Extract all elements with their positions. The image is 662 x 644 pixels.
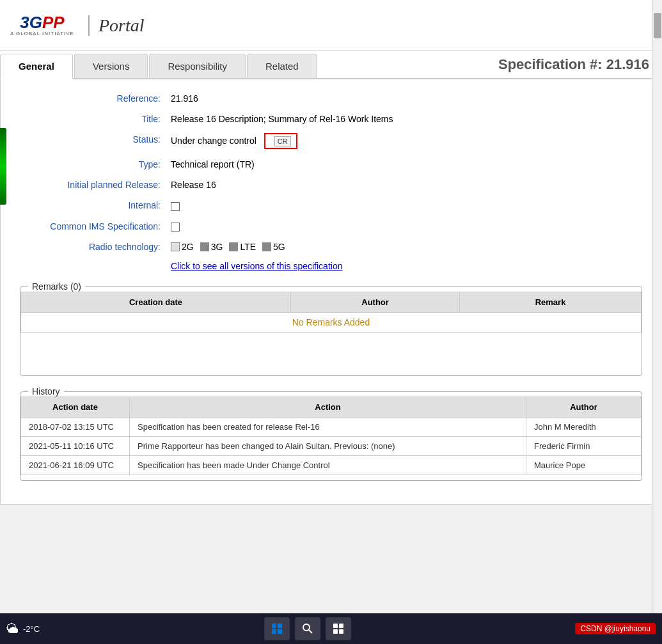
title-label: Title: (20, 113, 161, 124)
taskbar-start[interactable] (264, 617, 290, 640)
taskbar-taskview[interactable] (326, 617, 351, 640)
radio-2g[interactable]: 2G (171, 242, 194, 252)
common-ims-label: Common IMS Specification: (20, 220, 161, 232)
initial-release-value: Release 16 (171, 178, 216, 190)
remarks-empty: No Remarks Added (21, 312, 642, 332)
logo-tagline: A GLOBAL INITIATIVE (10, 31, 74, 36)
spec-number: Specification #: 21.916 (485, 51, 662, 78)
radio-options: 2G 3G LTE 5G (171, 240, 285, 252)
radio-5g[interactable]: 5G (262, 242, 285, 252)
history-cell-date: 2021-06-21 16:09 UTC (21, 456, 130, 475)
versions-link[interactable]: Click to see all versions of this specif… (171, 261, 342, 271)
taskbar-right: CSDN @jiuyishaonu (575, 623, 656, 634)
cr-badge: CR (274, 136, 291, 146)
scrollbar[interactable] (652, 0, 662, 614)
tab-related[interactable]: Related (247, 54, 317, 78)
type-row: Type: Technical report (TR) (20, 158, 642, 169)
logo-3gpp: 3GPP A GLOBAL INITIATIVE (10, 14, 74, 36)
radio-2g-check[interactable] (171, 242, 180, 251)
internal-checkbox[interactable] (171, 199, 180, 210)
status-value: Under change control CR (171, 133, 297, 149)
svg-rect-9 (339, 629, 343, 634)
initial-release-label: Initial planned Release: (20, 178, 161, 190)
tabs-row: General Versions Responsibility Related … (0, 51, 662, 79)
taskbar-search[interactable] (295, 617, 320, 640)
history-row: 2021-05-11 10:16 UTCPrime Rapporteur has… (21, 437, 642, 456)
remarks-col-author: Author (291, 292, 460, 312)
taskbar-center (46, 617, 569, 640)
history-scroll[interactable]: Action date Action Author 2018-07-02 13:… (20, 397, 642, 475)
type-label: Type: (20, 158, 161, 169)
history-col-date: Action date (21, 397, 130, 418)
radio-3g[interactable]: 3G (200, 242, 223, 252)
title-value: Release 16 Description; Summary of Rel-1… (171, 113, 393, 124)
svg-rect-0 (272, 624, 276, 628)
common-ims-row: Common IMS Specification: (20, 220, 642, 232)
common-ims-checkbox-box[interactable] (171, 223, 180, 232)
scroll-thumb[interactable] (654, 13, 661, 38)
internal-row: Internal: (20, 199, 642, 210)
history-cell-author: Maurice Pope (526, 456, 642, 475)
history-col-author: Author (526, 397, 642, 418)
remarks-table: Creation date Author Remark No Remarks A… (20, 292, 642, 371)
tab-responsibility[interactable]: Responsibility (149, 54, 246, 78)
history-row: 2018-07-02 13:15 UTCSpecification has be… (21, 418, 642, 437)
tab-general[interactable]: General (0, 54, 73, 79)
history-cell-author: Frederic Firmin (526, 437, 642, 456)
remarks-col-date: Creation date (21, 292, 291, 312)
svg-line-5 (309, 630, 312, 633)
status-label: Status: (20, 133, 161, 145)
logo-portal: Portal (88, 15, 145, 36)
radio-row: Radio technology: 2G 3G LTE 5G (20, 240, 642, 252)
radio-3g-check[interactable] (200, 242, 209, 251)
svg-rect-8 (333, 629, 338, 634)
history-legend: History (28, 386, 64, 397)
weather-icon: 🌥 (6, 622, 19, 636)
common-ims-checkbox[interactable] (171, 220, 180, 232)
history-cell-action: Prime Rapporteur has been changed to Ala… (130, 437, 526, 456)
history-cell-action: Specification has been created for relea… (130, 418, 526, 437)
taskbar-csdn: CSDN @jiuyishaonu (575, 623, 656, 634)
remarks-legend: Remarks (0) (28, 281, 85, 292)
taskbar-weather: 🌥 -2°C (6, 622, 40, 636)
history-cell-date: 2018-07-02 13:15 UTC (21, 418, 130, 437)
svg-point-4 (303, 624, 310, 631)
svg-rect-2 (272, 629, 276, 634)
internal-checkbox-box[interactable] (171, 202, 180, 211)
history-cell-date: 2021-05-11 10:16 UTC (21, 437, 130, 456)
tabs-left: General Versions Responsibility Related (0, 51, 319, 78)
status-row: Status: Under change control CR (20, 133, 642, 149)
type-value: Technical report (TR) (171, 158, 255, 169)
remarks-col-remark: Remark (460, 292, 642, 312)
cr-badge-box: CR (264, 133, 297, 149)
logo-3gpp-text: 3GPP (20, 14, 64, 31)
remarks-section: Remarks (0) Creation date Author Remark … (20, 281, 642, 377)
radio-label: Radio technology: (20, 240, 161, 252)
history-table: Action date Action Author 2018-07-02 13:… (20, 397, 642, 475)
versions-link-row: Click to see all versions of this specif… (20, 261, 642, 271)
svg-rect-1 (278, 624, 282, 628)
taskbar: 🌥 -2°C CSDN @jiuyishaonu (0, 613, 662, 644)
radio-5g-check[interactable] (262, 242, 271, 251)
radio-lte[interactable]: LTE (229, 242, 256, 252)
history-section: History Action date Action Author 2018-0… (20, 386, 642, 481)
history-cell-author: John M Meredith (526, 418, 642, 437)
svg-rect-6 (333, 624, 338, 628)
reference-label: Reference: (20, 92, 161, 104)
history-cell-action: Specification has been made Under Change… (130, 456, 526, 475)
tab-versions[interactable]: Versions (74, 54, 148, 78)
main-content: Reference: 21.916 Title: Release 16 Desc… (0, 79, 662, 505)
history-col-action: Action (130, 397, 526, 418)
history-row: 2021-06-21 16:09 UTCSpecification has be… (21, 456, 642, 475)
header: 3GPP A GLOBAL INITIATIVE Portal (0, 0, 662, 51)
temperature: -2°C (23, 624, 40, 634)
left-indicator (0, 128, 6, 205)
reference-row: Reference: 21.916 (20, 92, 642, 104)
radio-lte-check[interactable] (229, 242, 238, 251)
internal-label: Internal: (20, 199, 161, 210)
svg-rect-7 (339, 624, 343, 628)
reference-value: 21.916 (171, 92, 198, 104)
svg-rect-3 (278, 629, 282, 634)
initial-release-row: Initial planned Release: Release 16 (20, 178, 642, 190)
title-row: Title: Release 16 Description; Summary o… (20, 113, 642, 124)
